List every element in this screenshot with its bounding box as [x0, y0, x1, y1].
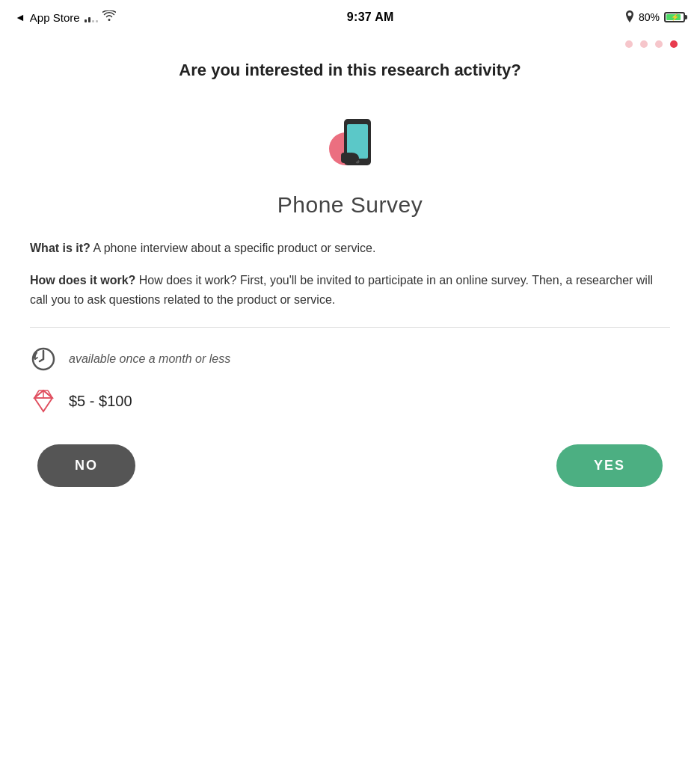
frequency-icon [30, 346, 57, 373]
status-bar: ◄ App Store 9:37 AM 80% [0, 0, 700, 33]
svg-rect-5 [341, 153, 351, 163]
frequency-row: available once a month or less [30, 346, 670, 373]
signal-icon [85, 12, 98, 22]
divider [30, 327, 670, 328]
app-store-label: App Store [30, 11, 80, 24]
question-title: Are you interested in this research acti… [30, 60, 670, 82]
phone-survey-icon [313, 104, 387, 179]
back-arrow-icon: ◄ [15, 11, 25, 23]
reward-row: $5 - $100 [30, 387, 670, 414]
status-left: ◄ App Store [15, 10, 116, 24]
what-is-it-label: What is it? [30, 242, 90, 254]
reward-text: $5 - $100 [69, 393, 132, 410]
page-dot-2 [640, 40, 648, 48]
action-buttons: NO YES [30, 429, 670, 494]
wifi-icon [102, 10, 116, 24]
page-dot-3 [655, 40, 663, 48]
location-icon [625, 10, 634, 25]
reward-icon [30, 387, 57, 414]
page-indicator [0, 33, 700, 52]
activity-title: Phone Survey [30, 192, 670, 218]
page-dot-4 [670, 40, 678, 48]
activity-icon-area [30, 104, 670, 179]
how-does-label: How does it work? [30, 274, 135, 287]
status-time: 9:37 AM [347, 10, 394, 24]
page-dot-1 [625, 40, 633, 48]
status-right: 80% ⚡ [625, 10, 685, 25]
no-button[interactable]: NO [37, 444, 135, 487]
what-is-it-block: What is it? A phone interview about a sp… [30, 239, 670, 258]
yes-button[interactable]: YES [556, 444, 663, 487]
battery-icon: ⚡ [664, 12, 685, 22]
main-content: Are you interested in this research acti… [0, 52, 700, 517]
what-is-it-text: A phone interview about a specific produ… [93, 242, 375, 254]
frequency-text: available once a month or less [69, 352, 230, 366]
battery-percent-text: 80% [639, 11, 660, 23]
how-does-it-work-block: How does it work? How does it work? Firs… [30, 271, 670, 309]
